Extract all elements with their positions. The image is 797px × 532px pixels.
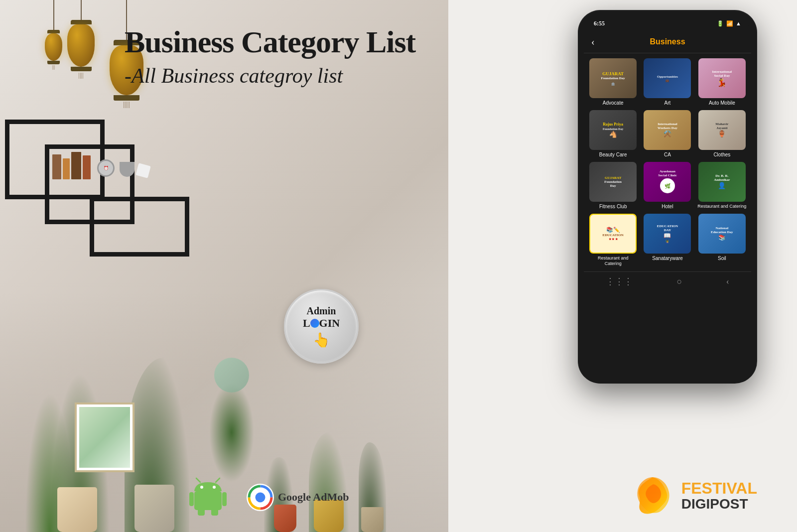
admob-icon (247, 484, 274, 511)
back-button[interactable]: ‹ (591, 36, 595, 48)
category-item-auto[interactable]: International Social Day 💃 Auto Mobile (697, 58, 747, 106)
digipost-word: DIGIPOST (681, 496, 757, 512)
admin-login-area[interactable]: Admin LGIN 👆 (284, 289, 359, 364)
festival-digipost-logo: FESTIVAL DIGIPOST (632, 475, 757, 517)
phone-screen: 6:55 🔋 📶 ▲ ‹ Business GUJARAT (584, 16, 751, 378)
category-thumb-auto: International Social Day 💃 (698, 58, 746, 98)
sub-title: -All Business categroy list (125, 64, 415, 88)
festival-word: FESTIVAL (681, 480, 757, 496)
google-admob-logo: Google AdMob (247, 484, 349, 511)
svg-rect-5 (189, 492, 194, 506)
category-thumb-fitness: GUJARAT Foundation Day (589, 162, 637, 202)
category-label-clothes: Clothes (713, 152, 730, 158)
admob-text: Google AdMob (278, 491, 349, 504)
wifi-icon: ▲ (736, 20, 741, 26)
nav-home-icon[interactable]: ○ (677, 276, 682, 287)
svg-rect-7 (198, 508, 205, 516)
category-label-hotel: Hotel (662, 204, 673, 210)
festival-text-block: FESTIVAL DIGIPOST (681, 480, 757, 512)
svg-point-10 (256, 492, 266, 502)
svg-point-1 (200, 486, 203, 489)
hand-pointer-icon: 👆 (313, 332, 330, 348)
battery-icon: 🔋 (717, 20, 724, 27)
category-thumb-soil: National Education Day 📚 (698, 214, 746, 254)
admin-login-button[interactable]: Admin LGIN 👆 (284, 289, 359, 364)
category-item-beauty[interactable]: Rajus Priya Foundation Day 🐴 Beauty Care (588, 110, 638, 158)
svg-line-4 (216, 478, 220, 482)
category-item-clothes[interactable]: Mahavir Jayanti 🏺 Clothes (697, 110, 747, 158)
category-thumb-ca: International Workers Day ⚒️ (644, 110, 691, 150)
admin-label: Admin (303, 305, 340, 317)
status-icons: 🔋 📶 ▲ (717, 20, 741, 27)
status-bar: 6:55 🔋 📶 ▲ (584, 16, 751, 31)
category-thumb-beauty: Rajus Priya Foundation Day 🐴 (589, 110, 637, 150)
category-thumb-advocate: GUJARAT Foundation Day 🏛️ (589, 58, 637, 98)
android-icon (189, 477, 227, 517)
category-grid: GUJARAT Foundation Day 🏛️ Advocate Oppor… (584, 53, 751, 271)
category-item-ca[interactable]: International Workers Day ⚒️ CA (642, 110, 692, 158)
svg-rect-6 (222, 492, 227, 506)
category-thumb-restaurant1: Dr. B. R. Ambedkar 👤 (698, 162, 746, 202)
shelf-decoration: ⏰ (5, 120, 214, 259)
status-time: 6:55 (594, 20, 605, 27)
category-thumb-restaurant2: 📚✏️ EDUCATION ★ ★ ★ (589, 214, 637, 254)
phone-navigation: ⋮⋮⋮ ○ ‹ (584, 271, 751, 291)
category-thumb-clothes: Mahavir Jayanti 🏺 (698, 110, 746, 150)
category-label-sanatary: Sanataryware (652, 256, 683, 262)
category-item-advocate[interactable]: GUJARAT Foundation Day 🏛️ Advocate (588, 58, 638, 106)
category-thumb-hotel: Ayushman Social Clinic 🌿 (644, 162, 691, 202)
category-label-auto: Auto Mobile (709, 100, 735, 106)
category-label-art: Art (664, 100, 671, 106)
category-label-soil: Soil (718, 256, 726, 262)
category-label-fitness: Fitness Club (599, 204, 627, 210)
svg-point-2 (213, 486, 216, 489)
category-item-soil[interactable]: National Education Day 📚 Soil (697, 214, 747, 266)
category-item-restaurant1[interactable]: Dr. B. R. Ambedkar 👤 Restaurant and Cate… (697, 162, 747, 210)
svg-rect-0 (194, 491, 222, 510)
festival-icon (632, 475, 674, 517)
phone-outer: 6:55 🔋 📶 ▲ ‹ Business GUJARAT (578, 10, 757, 384)
category-label-restaurant2: Restaurant andCatering (598, 256, 629, 266)
app-header-title: Business (650, 37, 685, 46)
svg-line-3 (196, 478, 200, 482)
bottom-section: Google AdMob (189, 477, 349, 517)
title-section: Business Category List -All Business cat… (125, 25, 415, 88)
category-label-beauty: Beauty Care (599, 152, 627, 158)
category-label-advocate: Advocate (603, 100, 624, 106)
app-header: ‹ Business (584, 31, 751, 53)
category-item-sanatary[interactable]: EDUCATION DAY 📖 👩‍🏫 Sanataryware (642, 214, 692, 266)
category-label-restaurant1: Restaurant and Catering (697, 204, 746, 209)
category-item-art[interactable]: Opportunities 💼 Art (642, 58, 692, 106)
signal-icon: 📶 (726, 20, 733, 27)
svg-rect-8 (211, 508, 218, 516)
nav-menu-icon[interactable]: ⋮⋮⋮ (606, 276, 633, 287)
main-title: Business Category List (125, 25, 415, 59)
nav-back-icon[interactable]: ‹ (726, 276, 729, 287)
category-item-fitness[interactable]: GUJARAT Foundation Day Fitness Club (588, 162, 638, 210)
login-label: LGIN (303, 317, 340, 330)
category-thumb-art: Opportunities 💼 (644, 58, 691, 98)
category-label-ca: CA (664, 152, 671, 158)
login-o-icon (310, 319, 319, 328)
phone-mockup: 6:55 🔋 📶 ▲ ‹ Business GUJARAT (578, 10, 757, 384)
android-logo (189, 477, 227, 517)
category-item-restaurant2[interactable]: 📚✏️ EDUCATION ★ ★ ★ Restaurant andCateri… (588, 214, 638, 266)
category-thumb-sanatary: EDUCATION DAY 📖 👩‍🏫 (644, 214, 691, 254)
category-item-hotel[interactable]: Ayushman Social Clinic 🌿 Hotel (642, 162, 692, 210)
